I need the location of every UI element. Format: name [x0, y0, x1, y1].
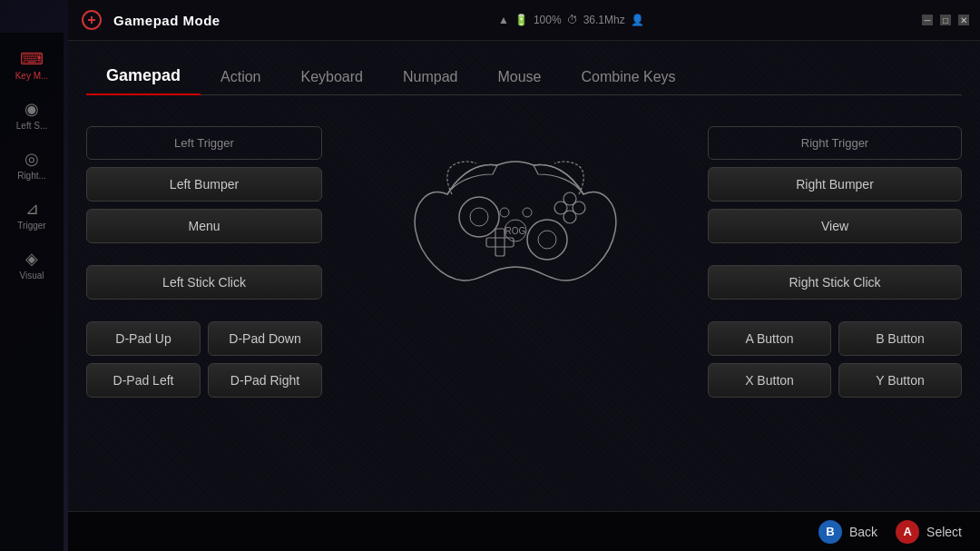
left-s-icon: ◉ [8, 99, 55, 119]
select-icon: A [896, 520, 919, 544]
sidebar-item-key-mapping[interactable]: ⌨ Key M... [5, 42, 59, 88]
frequency: 36.1Mhz [583, 14, 625, 26]
svg-point-10 [564, 192, 576, 205]
sidebar-item-label: Right... [8, 171, 55, 181]
dpad-right-button[interactable]: D-Pad Right [208, 363, 322, 398]
main-window: Gamepad Mode ▲ 🔋 100% ⏱ 36.1Mhz 👤 ─ □ ✕ … [68, 0, 980, 551]
title-left: Gamepad Mode [79, 7, 220, 33]
sidebar-item-label: Trigger [8, 221, 55, 231]
select-label: Select [926, 525, 962, 539]
right-trigger-button[interactable]: Right Trigger [708, 126, 962, 160]
sidebar-item-label: Left S... [8, 121, 55, 131]
right-bumper-button[interactable]: Right Bumper [708, 167, 962, 202]
dpad-row-2: D-Pad Left D-Pad Right [86, 363, 322, 398]
tab-mouse[interactable]: Mouse [477, 60, 561, 94]
back-icon: B [818, 520, 842, 544]
svg-point-3 [527, 220, 567, 260]
controller-layout: Left Trigger Left Bumper Menu Left Stick… [86, 117, 962, 511]
sidebar-item-trigger[interactable]: ⊿ Trigger [5, 192, 59, 238]
svg-point-12 [500, 208, 509, 217]
window-controls: ─ □ ✕ [922, 15, 969, 25]
menu-button[interactable]: Menu [86, 209, 322, 243]
sidebar-item-right[interactable]: ◎ Right... [5, 142, 59, 188]
sidebar-item-label: Key M... [8, 71, 55, 81]
svg-point-4 [538, 231, 556, 249]
svg-text:ROG: ROG [505, 226, 525, 236]
key-mapping-icon: ⌨ [8, 49, 55, 69]
right-stick-click-button[interactable]: Right Stick Click [708, 265, 962, 300]
left-trigger-button[interactable]: Left Trigger [86, 126, 322, 160]
tabs-bar: Gamepad Action Keyboard Numpad Mouse Com… [86, 41, 962, 95]
svg-rect-5 [495, 229, 505, 256]
spacer [86, 251, 322, 258]
avatar-icon: 👤 [631, 14, 644, 26]
right-icon: ◎ [8, 149, 55, 169]
spacer [708, 251, 962, 258]
b-button[interactable]: B Button [838, 321, 962, 356]
left-controls: Left Trigger Left Bumper Menu Left Stick… [86, 117, 322, 398]
title-icons: ▲ 🔋 100% ⏱ 36.1Mhz 👤 [498, 14, 644, 26]
x-button[interactable]: X Button [708, 363, 831, 398]
sidebar-item-label: Visual [8, 271, 55, 280]
left-stick-click-button[interactable]: Left Stick Click [86, 265, 322, 300]
dpad-left-button[interactable]: D-Pad Left [86, 363, 201, 398]
right-controls: Right Trigger Right Bumper View Right St… [708, 117, 962, 398]
tab-gamepad[interactable]: Gamepad [86, 57, 201, 94]
status-percent: 100% [534, 14, 562, 26]
a-button[interactable]: A Button [708, 321, 831, 356]
visual-icon: ◈ [8, 249, 55, 269]
left-bumper-button[interactable]: Left Bumper [86, 167, 322, 202]
tab-keyboard[interactable]: Keyboard [281, 60, 384, 94]
controller-image-area: ROG [331, 117, 699, 299]
dpad-up-button[interactable]: D-Pad Up [86, 321, 201, 356]
tab-combine-keys[interactable]: Combine Keys [562, 60, 696, 94]
controller-svg: ROG [397, 117, 633, 299]
spacer [86, 307, 322, 314]
back-label: Back [849, 525, 877, 539]
content-area: Gamepad Action Keyboard Numpad Mouse Com… [68, 41, 980, 511]
back-button[interactable]: B Back [818, 520, 877, 544]
sidebar-item-visual[interactable]: ◈ Visual [5, 241, 59, 288]
restore-button[interactable]: □ [940, 15, 951, 25]
sidebar-item-left-s[interactable]: ◉ Left S... [5, 92, 59, 138]
close-button[interactable]: ✕ [958, 15, 969, 25]
clock-icon: ⏱ [567, 14, 578, 26]
svg-point-2 [470, 208, 488, 226]
app-logo [79, 7, 104, 33]
battery-icon: 🔋 [514, 14, 528, 26]
svg-point-11 [523, 208, 532, 217]
y-button[interactable]: Y Button [838, 363, 962, 398]
bottom-bar: B Back A Select [68, 511, 980, 551]
title-bar: Gamepad Mode ▲ 🔋 100% ⏱ 36.1Mhz 👤 ─ □ ✕ [68, 0, 980, 41]
minimize-button[interactable]: ─ [922, 15, 933, 25]
wifi-icon: ▲ [498, 14, 509, 26]
tab-numpad[interactable]: Numpad [383, 60, 477, 94]
app-title: Gamepad Mode [113, 13, 220, 28]
dpad-down-button[interactable]: D-Pad Down [208, 321, 322, 356]
sidebar: ⌨ Key M... ◉ Left S... ◎ Right... ⊿ Trig… [0, 33, 64, 551]
trigger-icon: ⊿ [8, 199, 55, 219]
view-button[interactable]: View [708, 209, 962, 243]
svg-point-1 [459, 197, 499, 237]
tab-action[interactable]: Action [201, 60, 280, 94]
face-btn-row-1: A Button B Button [708, 321, 962, 356]
face-btn-row-2: X Button Y Button [708, 363, 962, 398]
select-button[interactable]: A Select [896, 520, 962, 544]
spacer [708, 307, 962, 314]
dpad-row-1: D-Pad Up D-Pad Down [86, 321, 322, 356]
